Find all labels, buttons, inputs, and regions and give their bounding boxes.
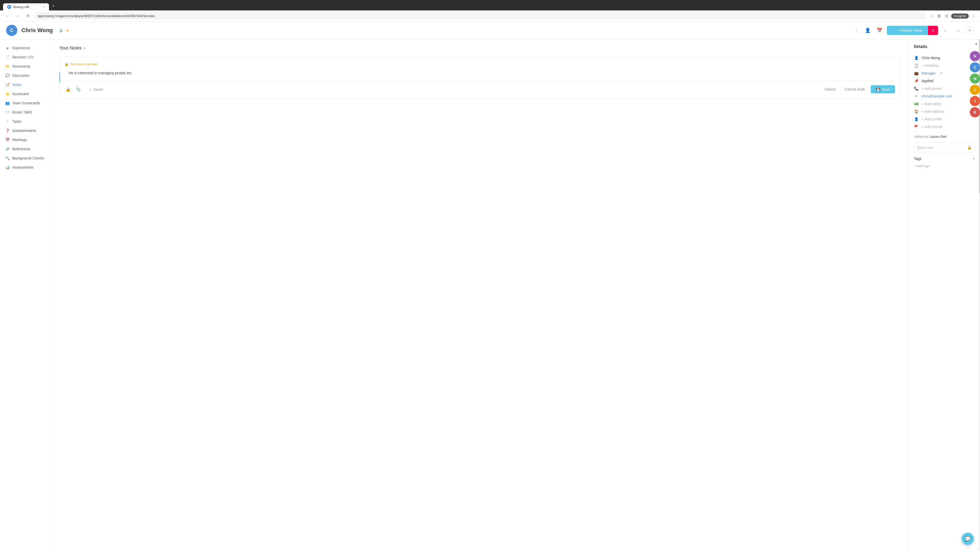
active-tab[interactable]: B Breezy HR × <box>3 3 49 11</box>
change-stage-label: →→ Change Stage <box>892 28 923 32</box>
notes-icon: 📝 <box>5 83 10 87</box>
new-tab-btn[interactable]: + <box>49 2 57 11</box>
saved-check-icon: ✓ <box>89 87 92 91</box>
detail-row-profile[interactable]: 👤 + Add profile <box>914 115 975 123</box>
sidebar-item-references[interactable]: 🔗 References <box>0 144 51 154</box>
rss-icon[interactable]: 📡 <box>59 28 63 32</box>
next-candidate-btn[interactable]: → <box>953 27 963 35</box>
manager-external-link-icon[interactable]: ↗ <box>940 71 942 75</box>
main-content: ◈ Experience 📄 Resume / CV 📁 Documents 💬… <box>0 39 980 551</box>
detail-candidate-name: Chris Wong <box>921 56 940 60</box>
more-options-icon[interactable]: ⋮ <box>971 13 977 19</box>
detail-row-phone[interactable]: 📞 + Add phone <box>914 85 975 92</box>
sidebar-item-tasks[interactable]: ✓ Tasks <box>0 117 51 126</box>
chat-bubble-btn[interactable]: 💬 <box>962 533 974 545</box>
sidebar-item-label: Tasks <box>12 119 21 124</box>
float-avatar-c[interactable]: C <box>970 62 980 73</box>
content-area: Your Notes ▾ 🔒 This note is private. He … <box>51 39 908 551</box>
sidebar-item-email-sms[interactable]: ✉️ Email / SMS <box>0 108 51 117</box>
forward-btn[interactable]: → <box>14 13 22 19</box>
sidebar-item-meetings[interactable]: 📅 Meetings <box>0 135 51 144</box>
save-btn[interactable]: 💾 Save <box>871 85 895 94</box>
detail-row-address[interactable]: 🏠 + Add address <box>914 108 975 115</box>
float-avatar-j1[interactable]: J <box>970 85 980 95</box>
more-actions-btn[interactable]: ⋮ <box>853 26 860 35</box>
source-placeholder[interactable]: + Add source <box>921 125 942 129</box>
sidebar-item-experience[interactable]: ◈ Experience <box>0 43 51 52</box>
applied-label: Applied <box>921 79 934 83</box>
added-by-label: Added by <box>914 135 928 138</box>
save-label: Save <box>882 87 890 91</box>
prev-candidate-btn[interactable]: ← <box>941 27 950 35</box>
sidebar-item-resume[interactable]: 📄 Resume / CV <box>0 52 51 62</box>
sidebar-item-documents[interactable]: 📁 Documents <box>0 62 51 71</box>
sidebar-item-notes[interactable]: 📝 Notes <box>0 80 51 89</box>
app-container: C Chris Wong 📡 ★ ⋮ 👤 📅 →→ Change Stage ✕… <box>0 22 980 551</box>
add-person-btn[interactable]: 👤 <box>863 26 872 35</box>
detail-row-source[interactable]: 🚩 + Add source <box>914 123 975 130</box>
tags-title: Tags <box>914 157 921 161</box>
extensions-icon[interactable]: ⊞ <box>936 13 942 19</box>
phone-placeholder[interactable]: + Add phone <box>921 86 942 91</box>
sidebar-item-label: Resume / CV <box>12 55 33 59</box>
layout-icon[interactable]: ⊡ <box>944 13 949 19</box>
address-icon: 🏠 <box>914 110 918 114</box>
lock-note-btn[interactable]: 🔒 <box>65 86 72 93</box>
header-actions: ⋮ 👤 📅 →→ Change Stage ✕ ← → ✕ <box>853 26 974 35</box>
sidebar-item-discussion[interactable]: 💬 Discussion <box>0 71 51 80</box>
close-candidate-btn[interactable]: ✕ <box>966 26 974 35</box>
float-avatar-m[interactable]: M <box>970 73 980 84</box>
detail-row-applied: 📌 Applied <box>914 77 975 85</box>
cancel-draft-btn[interactable]: Cancel Draft <box>842 85 868 94</box>
detail-row-salary[interactable]: 💵 + Add salary <box>914 100 975 108</box>
address-bar[interactable]: app.breezy.hr/app/c/moodjoy/p/59357218dc… <box>35 13 926 19</box>
tab-close-btn[interactable]: × <box>43 5 45 9</box>
browser-toolbar: ← → ↻ app.breezy.hr/app/c/moodjoy/p/5935… <box>0 11 980 22</box>
manager-link[interactable]: Manager <box>921 71 935 75</box>
profile-placeholder[interactable]: + Add profile <box>921 117 942 121</box>
float-avatar-j2[interactable]: J <box>970 96 980 106</box>
sidebar-scroll-up-btn[interactable]: ▲ <box>974 41 978 45</box>
sidebar-item-label: Assessments <box>12 165 33 169</box>
quick-note-input[interactable]: Quick note 🔒 <box>914 143 975 152</box>
back-btn[interactable]: ← <box>3 13 11 19</box>
float-avatar-n[interactable]: N <box>970 51 980 61</box>
sidebar-item-background-checks[interactable]: 🔍 Background Checks <box>0 154 51 163</box>
sidebar-item-questionnaires[interactable]: ❓ Questionnaires <box>0 126 51 135</box>
note-content[interactable]: He is interested in managing people etc. <box>65 70 895 76</box>
change-stage-group: →→ Change Stage ✕ <box>887 26 938 35</box>
note-divider <box>59 73 60 83</box>
refresh-btn[interactable]: ↻ <box>24 13 32 19</box>
toolbar-actions: ☆ ⊞ ⊡ Incognito ⋮ <box>929 13 977 19</box>
attach-btn[interactable]: 📎 <box>75 86 82 93</box>
headline-placeholder[interactable]: + Headline <box>921 64 939 68</box>
sidebar-item-label: Experience <box>12 46 30 50</box>
stage-icon-btn[interactable]: ✕ <box>928 26 938 35</box>
calendar-btn[interactable]: 📅 <box>875 26 884 35</box>
add-tags-btn[interactable]: + Add tags <box>914 164 930 168</box>
notes-header: Your Notes ▾ <box>59 45 900 51</box>
address-text: app.breezy.hr/app/c/moodjoy/p/59357218dc… <box>38 14 155 18</box>
saved-status: ✓ Saved <box>89 87 103 91</box>
tab-title: Breezy HR <box>13 5 29 9</box>
address-placeholder[interactable]: + Add address <box>921 110 945 114</box>
star-favorite-icon[interactable]: ★ <box>66 28 69 32</box>
salary-placeholder[interactable]: + Add salary <box>921 102 941 106</box>
sidebar: ◈ Experience 📄 Resume / CV 📁 Documents 💬… <box>0 39 51 551</box>
detail-row-headline[interactable]: 📋 + Headline <box>914 62 975 69</box>
quick-note-placeholder: Quick note <box>917 146 965 149</box>
sidebar-item-team-scorecards[interactable]: 👥 Team Scorecards <box>0 98 51 108</box>
tags-add-btn[interactable]: + <box>973 156 975 161</box>
sidebar-item-scorecard[interactable]: ⭐ Scorecard <box>0 89 51 98</box>
sidebar-item-assessments[interactable]: 📊 Assessments <box>0 163 51 172</box>
email-sms-icon: ✉️ <box>5 110 10 114</box>
email-link[interactable]: chris@sample.com <box>921 94 952 98</box>
notes-dropdown-btn[interactable]: ▾ <box>84 46 85 50</box>
app-header: C Chris Wong 📡 ★ ⋮ 👤 📅 →→ Change Stage ✕… <box>0 22 980 39</box>
note-card: 🔒 This note is private. He is interested… <box>59 57 900 99</box>
float-avatar-b[interactable]: B <box>970 107 980 118</box>
star-icon[interactable]: ☆ <box>929 13 934 19</box>
sidebar-item-label: References <box>12 147 30 151</box>
cancel-btn[interactable]: Cancel <box>821 85 839 94</box>
change-stage-btn[interactable]: →→ Change Stage <box>887 26 928 35</box>
